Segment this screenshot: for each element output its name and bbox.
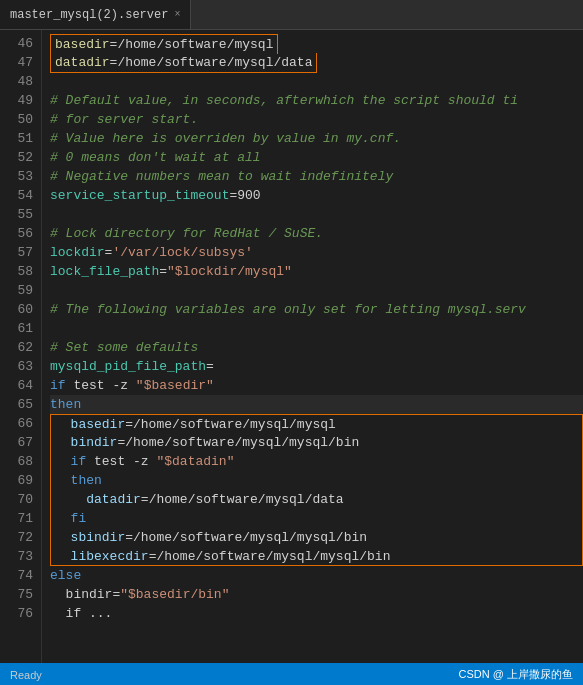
tab-title: master_mysql(2).server: [10, 8, 168, 22]
code-line: sbindir=/home/software/mysql/mysql/bin: [50, 528, 583, 547]
code-line: [50, 205, 583, 224]
code-content[interactable]: basedir=/home/software/mysqldatadir=/hom…: [42, 30, 583, 663]
code-line: lock_file_path="$lockdir/mysql": [50, 262, 583, 281]
code-line: # Negative numbers mean to wait indefini…: [50, 167, 583, 186]
code-line: # Lock directory for RedHat / SuSE.: [50, 224, 583, 243]
code-line: # Value here is overriden by value in my…: [50, 129, 583, 148]
line-number: 74: [8, 566, 33, 585]
line-number: 48: [8, 72, 33, 91]
line-number: 51: [8, 129, 33, 148]
line-number: 46: [8, 34, 33, 53]
code-line: then: [50, 471, 583, 490]
code-line: if ...: [50, 604, 583, 623]
line-number: 61: [8, 319, 33, 338]
code-line: basedir=/home/software/mysql: [50, 34, 583, 53]
code-line: datadir=/home/software/mysql/data: [50, 53, 583, 72]
line-number: 72: [8, 528, 33, 547]
line-number: 69: [8, 471, 33, 490]
line-number: 66: [8, 414, 33, 433]
line-number: 49: [8, 91, 33, 110]
code-line: [50, 72, 583, 91]
code-area: 4647484950515253545556575859606162636465…: [0, 30, 583, 663]
line-number: 47: [8, 53, 33, 72]
status-text: CSDN @ 上岸撒尿的鱼: [459, 667, 573, 682]
line-number: 52: [8, 148, 33, 167]
code-line: # Set some defaults: [50, 338, 583, 357]
line-numbers: 4647484950515253545556575859606162636465…: [0, 30, 42, 663]
line-number: 76: [8, 604, 33, 623]
line-number: 75: [8, 585, 33, 604]
line-number: 68: [8, 452, 33, 471]
code-line: [50, 281, 583, 300]
code-line: bindir="$basedir/bin": [50, 585, 583, 604]
code-line: then: [50, 395, 583, 414]
line-number: 65: [8, 395, 33, 414]
line-number: 64: [8, 376, 33, 395]
line-number: 62: [8, 338, 33, 357]
tab-close-icon[interactable]: ×: [174, 9, 180, 20]
code-line: mysqld_pid_file_path=: [50, 357, 583, 376]
line-number: 70: [8, 490, 33, 509]
code-line: if test -z "$basedir": [50, 376, 583, 395]
code-line: # Default value, in seconds, afterwhich …: [50, 91, 583, 110]
line-number: 60: [8, 300, 33, 319]
code-line: bindir=/home/software/mysql/mysql/bin: [50, 433, 583, 452]
line-number: 73: [8, 547, 33, 566]
line-number: 71: [8, 509, 33, 528]
line-number: 50: [8, 110, 33, 129]
code-line: [50, 319, 583, 338]
code-line: lockdir='/var/lock/subsys': [50, 243, 583, 262]
code-line: # for server start.: [50, 110, 583, 129]
code-line: else: [50, 566, 583, 585]
status-left: Ready: [10, 669, 42, 681]
code-line: datadir=/home/software/mysql/data: [50, 490, 583, 509]
code-line: fi: [50, 509, 583, 528]
code-line: basedir=/home/software/mysql/mysql: [50, 414, 583, 433]
line-number: 56: [8, 224, 33, 243]
line-number: 63: [8, 357, 33, 376]
line-number: 59: [8, 281, 33, 300]
line-number: 54: [8, 186, 33, 205]
code-line: # The following variables are only set f…: [50, 300, 583, 319]
status-bar: Ready CSDN @ 上岸撒尿的鱼: [0, 663, 583, 685]
code-line: service_startup_timeout=900: [50, 186, 583, 205]
line-number: 53: [8, 167, 33, 186]
code-line: # 0 means don't wait at all: [50, 148, 583, 167]
tab-bar: master_mysql(2).server ×: [0, 0, 583, 30]
line-number: 67: [8, 433, 33, 452]
code-line: libexecdir=/home/software/mysql/mysql/bi…: [50, 547, 583, 566]
file-tab[interactable]: master_mysql(2).server ×: [0, 0, 191, 29]
line-number: 55: [8, 205, 33, 224]
code-line: if test -z "$datadin": [50, 452, 583, 471]
line-number: 58: [8, 262, 33, 281]
line-number: 57: [8, 243, 33, 262]
